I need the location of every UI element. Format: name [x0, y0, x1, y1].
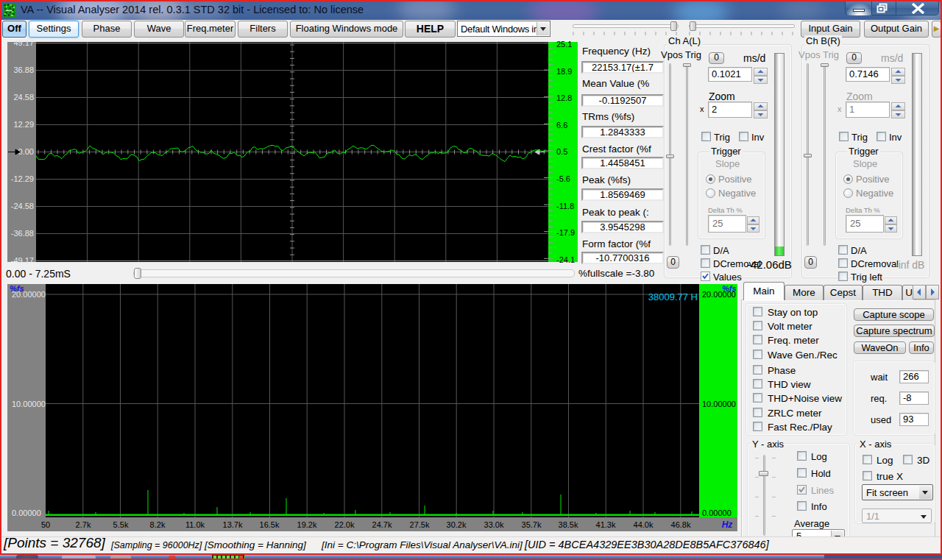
- svg-text:35.7k: 35.7k: [522, 520, 542, 529]
- svg-text:30.2k: 30.2k: [447, 520, 467, 529]
- svg-text:33.0k: 33.0k: [484, 520, 504, 529]
- svg-text:27.5k: 27.5k: [410, 520, 430, 529]
- svg-text:50: 50: [41, 520, 50, 529]
- svg-text:-24.58: -24.58: [11, 202, 34, 210]
- svg-text:38.5k: 38.5k: [559, 520, 578, 529]
- svg-text:-49.17: -49.17: [11, 256, 34, 265]
- svg-text:2.7k: 2.7k: [76, 520, 91, 529]
- svg-text:24.7k: 24.7k: [372, 520, 392, 529]
- svg-text:Hz: Hz: [722, 520, 733, 530]
- svg-text:19.2k: 19.2k: [297, 520, 317, 529]
- svg-text:-12.29: -12.29: [11, 174, 34, 183]
- svg-text:25.1: 25.1: [556, 40, 572, 49]
- svg-text:0.00000: 0.00000: [702, 508, 732, 517]
- svg-text:-17.9: -17.9: [556, 228, 575, 237]
- svg-text:5.5k: 5.5k: [113, 520, 129, 529]
- svg-text:-5.6: -5.6: [556, 174, 570, 183]
- svg-text:10.00000: 10.00000: [702, 400, 736, 408]
- svg-text:10.00000: 10.00000: [12, 400, 46, 408]
- svg-text:0.00000: 0.00000: [12, 508, 41, 517]
- svg-text:-11.8: -11.8: [556, 202, 574, 210]
- svg-text:18.9: 18.9: [556, 67, 572, 76]
- svg-text:46.8k: 46.8k: [671, 520, 691, 529]
- svg-text:13.7k: 13.7k: [223, 520, 243, 529]
- svg-text:41.3k: 41.3k: [596, 520, 616, 529]
- svg-text:11.0k: 11.0k: [185, 520, 205, 529]
- svg-text:12.8: 12.8: [556, 93, 572, 102]
- svg-text:%fs: %fs: [10, 284, 24, 293]
- svg-text:%fs: %fs: [722, 284, 737, 293]
- svg-text:0.00: 0.00: [18, 147, 34, 156]
- svg-text:6.6: 6.6: [556, 121, 567, 130]
- svg-text:38009.77 H: 38009.77 H: [648, 291, 698, 302]
- svg-text:44.0k: 44.0k: [634, 520, 654, 529]
- svg-text:16.5k: 16.5k: [260, 520, 280, 529]
- svg-text:49.17: 49.17: [13, 38, 34, 47]
- svg-text:24.58: 24.58: [13, 93, 34, 102]
- svg-text:0.5: 0.5: [556, 147, 567, 156]
- svg-text:22.0k: 22.0k: [335, 520, 355, 529]
- svg-text:-24.1: -24.1: [556, 255, 575, 264]
- svg-text:-36.88: -36.88: [11, 229, 34, 238]
- svg-text:8.2k: 8.2k: [150, 520, 166, 529]
- svg-text:36.88: 36.88: [13, 65, 34, 74]
- svg-text:12.29: 12.29: [13, 120, 34, 129]
